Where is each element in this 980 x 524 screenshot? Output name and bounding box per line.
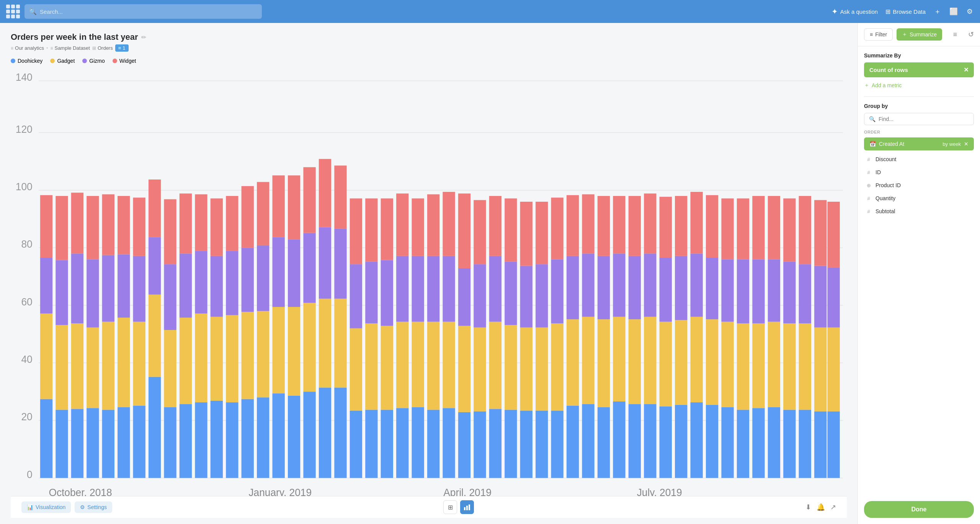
visualization-button[interactable]: 📊 Visualization [21,501,71,513]
download-icon[interactable]: ⬇ [805,503,811,511]
svg-rect-186 [691,317,703,402]
svg-rect-159 [582,253,594,317]
svg-rect-34 [102,255,114,322]
svg-rect-30 [87,259,99,327]
created-at-chip[interactable]: 📅 Created At by week ✕ [864,137,974,150]
svg-rect-126 [458,268,470,326]
group-item-product-id[interactable]: ⊕ Product ID [864,179,974,192]
summarize-button[interactable]: ＋ Summarize [897,28,942,41]
svg-rect-97 [350,328,362,411]
count-of-rows-chip[interactable]: Count of rows ✕ [864,62,974,77]
group-item-quantity[interactable]: # Quantity [864,192,974,205]
svg-rect-202 [752,323,764,408]
bookmark-icon[interactable]: ⬜ [949,7,958,16]
viz-type-buttons: ⊞ [443,500,474,514]
svg-rect-86 [303,233,315,303]
app-logo[interactable] [6,5,20,18]
legend-widget: Widget [113,58,136,64]
hash-icon: # [866,170,872,175]
bar-chart-button[interactable] [460,500,474,514]
hash-icon: # [866,209,872,214]
svg-rect-230 [464,507,466,510]
remove-group-icon[interactable]: ✕ [964,141,969,147]
search-icon: 🔍 [869,116,875,122]
svg-rect-112 [412,407,424,478]
svg-rect-148 [536,202,548,264]
add-metric-button[interactable]: ＋ Add a metric [864,80,974,90]
breadcrumb-orders[interactable]: ⊞ Orders [92,45,113,51]
refresh-icon[interactable]: ↺ [968,30,974,39]
svg-rect-125 [458,326,470,412]
svg-text:0: 0 [27,468,33,480]
svg-rect-29 [87,328,99,408]
breadcrumb-dataset[interactable]: ≡ Sample Dataset [50,45,90,51]
ask-question-button[interactable]: ✦ Ask a question [831,7,878,16]
legend-dot-doohickey [11,59,15,63]
svg-rect-106 [381,260,393,326]
hash-icon: # [866,196,872,201]
svg-rect-167 [613,253,625,317]
svg-rect-131 [474,200,486,264]
done-button[interactable]: Done [864,501,974,518]
breadcrumb-analytics[interactable]: ≡ Our analytics [11,45,44,51]
table-view-button[interactable]: ⊞ [443,500,457,514]
svg-rect-24 [71,409,83,478]
svg-rect-44 [149,377,161,478]
svg-rect-116 [427,410,439,478]
svg-rect-161 [598,407,610,478]
settings-button[interactable]: ⚙ Settings [75,501,112,513]
svg-rect-67 [226,196,238,251]
svg-text:October, 2018: October, 2018 [49,486,112,496]
svg-rect-32 [102,410,114,478]
group-by-search[interactable]: 🔍 [864,113,974,125]
svg-rect-95 [334,165,346,229]
sort-icon[interactable]: ≡ [953,31,957,39]
add-button[interactable]: ＋ [933,7,942,16]
svg-rect-166 [613,317,625,402]
svg-rect-23 [56,196,68,260]
svg-rect-216 [799,196,811,264]
svg-rect-133 [489,322,501,409]
legend-dot-widget [113,59,117,63]
search-bar[interactable]: 🔍 [24,4,262,19]
svg-rect-25 [71,323,83,409]
svg-rect-69 [242,312,254,399]
browse-data-button[interactable]: ⊞ Browse Data [885,8,926,15]
group-item-discount[interactable]: # Discount [864,153,974,166]
svg-rect-100 [365,410,377,478]
svg-rect-79 [273,175,285,237]
svg-rect-46 [149,237,161,294]
group-item-subtotal[interactable]: # Subtotal [864,205,974,218]
svg-rect-74 [257,245,269,311]
svg-text:140: 140 [16,71,33,83]
filter-button[interactable]: ≡ Filter [864,28,893,41]
svg-rect-130 [474,264,486,327]
svg-rect-37 [118,318,130,407]
svg-rect-220 [814,200,826,266]
plus-icon: ✦ [831,7,838,16]
search-input[interactable] [40,8,257,15]
settings-icon[interactable]: ⚙ [965,7,974,16]
chart-legend: Doohickey Gadget Gizmo Widget [11,58,847,64]
group-item-id[interactable]: # ID [864,166,974,179]
svg-text:April, 2019: April, 2019 [443,486,492,496]
share-icon[interactable]: ↗ [830,503,836,511]
svg-rect-72 [257,397,269,478]
svg-rect-105 [381,326,393,410]
svg-rect-33 [102,322,114,410]
alert-icon[interactable]: 🔔 [817,503,825,511]
svg-rect-219 [814,266,826,328]
relation-icon: ⊕ [866,183,872,188]
svg-rect-113 [412,322,424,407]
svg-rect-170 [629,319,641,404]
svg-rect-193 [721,407,733,478]
svg-rect-224 [827,202,840,268]
svg-rect-91 [319,159,331,227]
svg-rect-73 [257,311,269,398]
edit-title-icon[interactable]: ✏ [141,34,146,41]
svg-rect-162 [598,319,610,407]
filter-badge[interactable]: ≡ 1 [115,44,129,52]
legend-dot-gadget [50,59,55,63]
remove-metric-icon[interactable]: ✕ [964,66,969,73]
group-by-search-input[interactable] [879,116,969,122]
